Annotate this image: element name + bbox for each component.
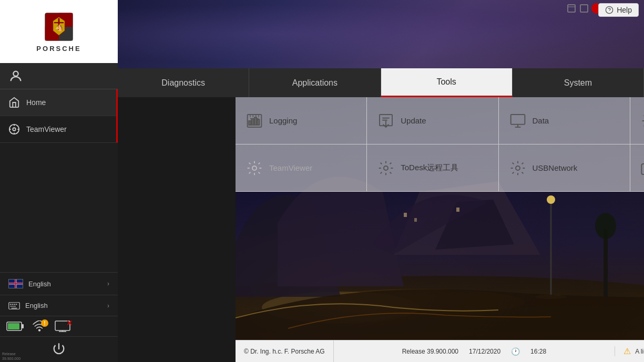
tab-tools[interactable]: Tools [381,68,513,97]
footer-copyright: © Dr. Ing. h.c. F. Porsche AG [236,340,334,362]
footer-center: Release 39.900.000 17/12/2020 🕐 16:28 [334,347,615,356]
keyboard-lang-label: English [25,302,48,309]
usbnetwork-icon [509,160,526,177]
porsche-wordmark: PORSCHE [36,45,81,53]
svg-rect-27 [568,5,575,12]
user-section[interactable] [0,63,118,89]
svg-text:🐴: 🐴 [55,24,63,32]
teamviewer-menu-item: TeamViewer [236,144,366,192]
svg-point-66 [384,166,388,170]
nav-tabs: Diagnostics Applications Tools System [118,68,644,97]
keyboard-language-selector[interactable]: English › [0,295,118,316]
help-button[interactable]: Help [598,3,639,17]
svg-point-9 [13,128,16,131]
remote-access-menu-item[interactable]: Remote access [630,97,644,144]
svg-rect-28 [580,5,588,12]
todesk-label: ToDesk远程工具 [401,163,458,173]
todesk-menu-item[interactable]: ToDesk远程工具 [367,144,498,192]
warning-triangle-icon: ⚠ [623,346,631,356]
battery-status[interactable] [6,320,24,332]
camera-icon [641,160,644,177]
sidebar-bottom: English › [0,272,118,362]
svg-rect-11 [10,304,12,305]
expand-button[interactable] [566,3,577,14]
sidebar: 🐴 PORSCHE Home TeamViewer [0,0,118,362]
sidebar-home-label: Home [26,98,46,107]
svg-rect-58 [252,119,254,125]
display-x-badge: ✕ [66,319,73,327]
region-lang-label: English [28,280,51,288]
usbnetwork-label: USBNetwork [533,163,578,172]
svg-point-70 [516,166,520,170]
svg-rect-16 [12,306,14,307]
header-banner: Help [118,0,644,68]
chevron-right-icon: › [107,280,109,287]
svg-rect-60 [257,119,259,125]
update-menu-item[interactable]: Update [367,97,498,144]
data-monitor-icon [509,112,526,129]
menu-overlay: Logging TeamViewer [236,97,644,340]
wifi-alert-badge: ! [41,319,48,327]
diagnostics-column: Logging TeamViewer [236,97,367,192]
svg-rect-14 [16,304,17,305]
footer-warning-text: A licence update will be required in 998… [635,348,644,355]
data-menu-item[interactable]: Data [499,97,630,144]
svg-rect-59 [254,117,257,125]
clock-icon: 🕐 [511,347,520,356]
tab-applications[interactable]: Applications [249,68,381,97]
power-section[interactable]: Release 39.900.000 [0,336,118,362]
help-label: Help [617,6,632,14]
tab-diagnostics[interactable]: Diagnostics [118,68,249,97]
data-label: Data [533,116,549,125]
usbnetwork-menu-item[interactable]: USBNetwork [499,144,630,192]
home-icon [8,97,20,108]
sidebar-logo: 🐴 PORSCHE [0,0,118,63]
update-icon [377,112,394,129]
release-info: Release 39.900.000 [2,352,21,361]
sidebar-nav: Home TeamViewer [0,89,118,272]
battery-icon [6,320,24,332]
display-status[interactable]: ✕ [55,320,70,332]
expand-icon [567,4,576,13]
sidebar-item-home[interactable]: Home [0,89,118,116]
teamviewer-gear-icon [246,160,263,177]
help-icon [605,6,614,14]
svg-rect-67 [510,115,525,125]
tools-column: Data USBNetwork [499,97,630,192]
applications-column: Update ToDesk远程工具 [367,97,498,192]
footer-date: 17/12/2020 [469,348,500,355]
todesk-icon [377,160,394,177]
window-controls [566,3,602,14]
tab-system[interactable]: System [513,68,644,97]
footer-warning: ⚠ A licence update will be required in 9… [615,346,644,356]
camera-menu-item[interactable]: Camera [630,144,644,192]
svg-rect-12 [12,304,13,305]
svg-rect-57 [249,121,251,125]
main-content: Help Diagnostics Applications Tools Syst… [118,0,644,362]
footer-time: 16:28 [530,348,546,355]
logging-icon [246,112,263,129]
logging-label: Logging [269,116,297,125]
svg-rect-6 [54,22,64,23]
status-bar: ! ✕ [0,316,118,336]
system-column: Remote access Camera [630,97,644,192]
resize-button[interactable] [579,3,589,14]
svg-rect-17 [14,306,16,307]
menu-grid: Logging TeamViewer [236,97,644,192]
svg-point-8 [13,71,18,76]
footer: © Dr. Ing. h.c. F. Porsche AG Release 39… [236,340,644,362]
logging-menu-item[interactable]: Logging [236,97,366,144]
remote-access-icon [641,112,644,129]
sidebar-item-teamviewer[interactable]: TeamViewer [0,116,118,143]
power-icon[interactable] [52,342,66,357]
footer-release: Release 39.900.000 [402,348,458,355]
chevron-right-icon-2: › [107,302,109,309]
update-label: Update [401,116,426,125]
user-icon [8,69,23,84]
resize-icon [579,4,589,13]
gb-flag-icon [8,279,23,288]
region-language-selector[interactable]: English › [0,272,118,295]
keyboard-icon [8,302,20,309]
wifi-status[interactable]: ! [33,320,46,332]
porsche-crest-icon: 🐴 [43,11,75,43]
